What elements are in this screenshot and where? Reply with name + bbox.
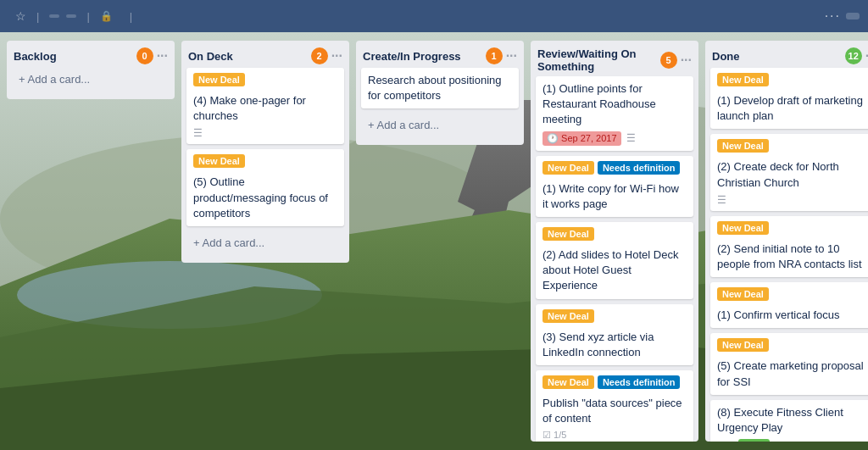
card-description-icon: ☰ [193,127,203,139]
card-text: (1) Confirm vertical focus [717,308,868,323]
card-labels-card-13: New Deal [717,338,868,355]
column-title-review-waiting: Review/Waiting On Something [537,47,657,73]
card-label: Needs definition [598,375,681,389]
card-label: Needs definition [598,161,681,175]
column-done: Done12···New Deal(1) Develop draft of ma… [705,41,868,442]
column-count-review-waiting: 5 [660,52,677,69]
card-description-icon: ☰ [626,132,636,144]
card-card-9[interactable]: New Deal(1) Develop draft of marketing l… [710,68,868,129]
card-count-badge: ☑ 1 [717,440,733,442]
board: Backlog0···+ Add a card...On Deck2···New… [0,32,868,450]
card-text: Publish "data sources" piece of content [542,396,687,426]
card-card-2[interactable]: New Deal(5) Outline product/messaging fo… [186,149,344,226]
card-label: New Deal [542,161,594,175]
card-text: (1) Write copy for Wi-Fi how it works pa… [542,181,687,212]
column-title-done: Done [712,50,842,63]
card-text: (2) Add slides to Hotel Deck about Hotel… [542,247,687,294]
column-header-review-waiting: Review/Waiting On Something5··· [531,41,698,76]
card-text: (4) Make one-pager for churches [193,93,337,124]
column-title-on-deck: On Deck [188,50,308,63]
column-body-on-deck: New Deal(4) Make one-pager for churches☰… [181,68,349,263]
card-checklist-complete: ☑ 5/5 [738,439,769,442]
card-card-13[interactable]: New Deal(5) Create marketing proposal fo… [710,333,868,394]
card-text: (5) Create marketing proposal for SSI [717,358,868,389]
card-label: New Deal [542,309,594,323]
card-card-1[interactable]: New Deal(4) Make one-pager for churches☰ [186,68,344,144]
card-label: New Deal [717,139,769,153]
column-body-create-in-progress: Research about positioning for competito… [356,68,524,145]
card-labels-card-2: New Deal [193,154,337,171]
card-footer-card-1: ☰ [193,127,337,139]
card-card-3[interactable]: Research about positioning for competito… [361,68,519,108]
card-card-12[interactable]: New Deal(1) Confirm vertical focus [710,282,868,328]
column-menu-icon-review-waiting[interactable]: ··· [681,53,692,68]
column-count-done: 12 [845,47,862,64]
column-count-on-deck: 2 [311,47,328,64]
card-footer-card-8: ☑ 1/5 [542,430,687,441]
card-date: 🕐 Sep 27, 2017 [542,131,621,146]
card-labels-card-9: New Deal [717,73,868,90]
card-footer-card-10: ☰ [717,194,868,206]
card-labels-card-5: New DealNeeds definition [542,161,687,178]
card-label: New Deal [717,338,769,352]
card-card-4[interactable]: (1) Outline points for Restaurant Roadho… [536,76,693,151]
column-header-done: Done12··· [705,41,868,68]
card-text: (1) Outline points for Restaurant Roadho… [542,81,687,128]
card-card-5[interactable]: New DealNeeds definition(1) Write copy f… [536,156,693,217]
card-text: (3) Send xyz article via LinkedIn connec… [542,330,687,360]
column-body-review-waiting: (1) Outline points for Restaurant Roadho… [531,76,698,442]
lock-icon: 🔒 [100,10,113,22]
show-menu-button[interactable] [846,13,860,19]
column-menu-icon-done[interactable]: ··· [865,48,868,64]
card-label: New Deal [717,73,769,86]
column-backlog: Backlog0···+ Add a card... [7,41,175,99]
card-text: Research about positioning for competito… [368,73,512,103]
column-header-backlog: Backlog0··· [7,41,175,68]
card-card-10[interactable]: New Deal(2) Create deck for North Christ… [710,134,868,210]
card-label: New Deal [717,287,769,301]
card-labels-card-11: New Deal [717,221,868,238]
column-count-backlog: 0 [136,47,153,64]
card-label: New Deal [193,73,245,86]
card-text: (1) Develop draft of marketing launch pl… [717,93,868,124]
card-text: (8) Execute Fitness Client Urgency Play [717,405,868,436]
column-title-backlog: Backlog [14,50,133,63]
card-label: New Deal [542,227,594,241]
card-text: (5) Outline product/messaging focus of c… [193,175,337,221]
card-labels-card-10: New Deal [717,139,868,156]
column-title-create-in-progress: Create/In Progress [363,50,482,63]
add-card-button-create-in-progress[interactable]: + Add a card... [361,114,519,136]
column-review-waiting: Review/Waiting On Something5···(1) Outli… [531,41,698,442]
column-body-backlog: + Add a card... [7,68,175,99]
card-footer-card-4: 🕐 Sep 27, 2017☰ [542,131,687,146]
column-body-done: New Deal(1) Develop draft of marketing l… [705,68,868,442]
column-count-create-in-progress: 1 [486,47,503,64]
card-card-6[interactable]: New Deal(2) Add slides to Hotel Deck abo… [536,222,693,299]
column-menu-icon-create-in-progress[interactable]: ··· [506,48,517,64]
free-badge[interactable] [66,14,76,18]
add-card-button-on-deck[interactable]: + Add a card... [186,231,344,254]
open-badge[interactable] [49,14,59,18]
card-text: (2) Create deck for North Christian Chur… [717,159,868,190]
column-on-deck: On Deck2···New Deal(4) Make one-pager fo… [181,41,349,263]
card-label: New Deal [717,221,769,235]
column-menu-icon-backlog[interactable]: ··· [157,48,168,64]
column-menu-icon-on-deck[interactable]: ··· [331,48,342,64]
card-text: (2) Send initial note to 10 people from … [717,242,868,272]
card-labels-card-6: New Deal [542,227,687,244]
card-labels-card-7: New Deal [542,309,687,326]
column-create-in-progress: Create/In Progress1···Research about pos… [356,41,524,145]
card-label: New Deal [542,375,594,389]
add-card-button-backlog[interactable]: + Add a card... [12,68,170,91]
star-icon[interactable]: ☆ [15,9,26,23]
card-card-8[interactable]: New DealNeeds definitionPublish "data so… [536,370,693,442]
header-right: ··· [825,8,860,24]
card-card-7[interactable]: New Deal(3) Send xyz article via LinkedI… [536,304,693,365]
card-label: New Deal [193,154,245,168]
card-card-11[interactable]: New Deal(2) Send initial note to 10 peop… [710,216,868,277]
card-card-14[interactable]: (8) Execute Fitness Client Urgency Play☑… [710,400,868,442]
header: ☆ | | 🔒 | ··· [0,0,868,32]
card-labels-card-8: New DealNeeds definition [542,375,687,392]
column-header-on-deck: On Deck2··· [181,41,349,68]
header-more-dots[interactable]: ··· [825,8,841,24]
